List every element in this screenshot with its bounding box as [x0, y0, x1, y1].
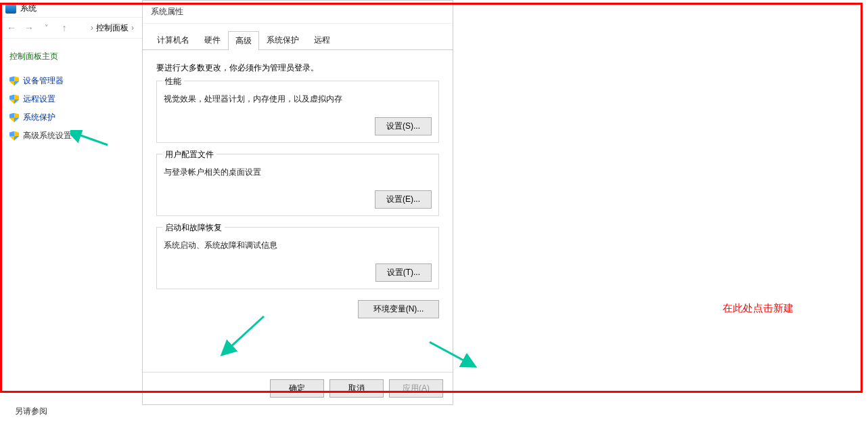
breadcrumb[interactable]: › 控制面板 ›	[78, 22, 134, 34]
shield-icon	[9, 77, 19, 86]
sidebar-advanced-settings[interactable]: 高级系统设置	[9, 127, 133, 145]
tab-bar: 计算机名 硬件 高级 系统保护 远程	[143, 24, 453, 50]
cancel-button[interactable]: 取消	[329, 379, 384, 398]
chevron-right-icon: ›	[131, 23, 134, 33]
breadcrumb-item[interactable]: 控制面板	[96, 22, 129, 34]
dialog-body: 要进行大多数更改，你必须作为管理员登录。 性能 视觉效果，处理器计划，内存使用，…	[143, 50, 453, 326]
shield-icon	[9, 95, 19, 104]
group-desc: 系统启动、系统故障和调试信息	[164, 240, 432, 251]
user-profile-group: 用户配置文件 与登录帐户相关的桌面设置 设置(E)...	[156, 154, 439, 216]
dialog-actions: 确定 取消 应用(A)	[143, 372, 453, 404]
tab-remote[interactable]: 远程	[306, 30, 338, 49]
group-label: 启动和故障恢复	[162, 222, 225, 234]
annotation-text: 在此处点击新建	[723, 302, 794, 315]
back-button[interactable]: ←	[5, 22, 18, 34]
system-icon	[5, 4, 16, 14]
admin-note: 要进行大多数更改，你必须作为管理员登录。	[156, 62, 439, 74]
system-properties-dialog: 系统属性 计算机名 硬件 高级 系统保护 远程 要进行大多数更改，你必须作为管理…	[142, 0, 453, 405]
shield-icon	[9, 131, 19, 141]
group-label: 用户配置文件	[162, 149, 216, 161]
history-dropdown[interactable]: ˅	[41, 22, 53, 34]
chevron-right-icon: ›	[91, 23, 93, 33]
env-vars-button[interactable]: 环境变量(N)...	[358, 300, 439, 318]
sidebar: 控制面板主页 设备管理器 远程设置 系统保护 高级系统设置	[0, 39, 142, 157]
nav-bar: ← → ˅ ↑ › 控制面板 ›	[0, 17, 142, 39]
tab-hardware[interactable]: 硬件	[197, 30, 228, 49]
shield-icon	[9, 113, 19, 123]
window-title: 系统	[20, 3, 37, 14]
forward-button[interactable]: →	[23, 22, 35, 34]
sidebar-device-manager[interactable]: 设备管理器	[9, 72, 133, 90]
group-desc: 视觉效果，处理器计划，内存使用，以及虚拟内存	[164, 93, 432, 105]
sidebar-system-protection[interactable]: 系统保护	[9, 108, 133, 127]
performance-group: 性能 视觉效果，处理器计划，内存使用，以及虚拟内存 设置(S)...	[156, 81, 439, 143]
group-label: 性能	[162, 76, 184, 87]
up-button[interactable]: ↑	[58, 22, 70, 34]
sidebar-remote-settings[interactable]: 远程设置	[9, 90, 133, 108]
startup-settings-button[interactable]: 设置(T)...	[375, 263, 432, 282]
window-title-bar: 系统	[0, 0, 142, 17]
ok-button[interactable]: 确定	[270, 379, 324, 398]
tab-advanced[interactable]: 高级	[228, 31, 259, 50]
dialog-title: 系统属性	[143, 1, 453, 24]
group-desc: 与登录帐户相关的桌面设置	[164, 167, 432, 178]
system-icon	[78, 24, 88, 32]
tab-computer-name[interactable]: 计算机名	[150, 30, 197, 49]
perf-settings-button[interactable]: 设置(S)...	[375, 117, 432, 135]
startup-recovery-group: 启动和故障恢复 系统启动、系统故障和调试信息 设置(T)...	[156, 227, 439, 289]
sidebar-header[interactable]: 控制面板主页	[9, 51, 133, 62]
system-control-panel: 系统 ← → ˅ ↑ › 控制面板 › 控制面板主页 设备管理器 远程设置 系统…	[0, 0, 142, 424]
apply-button[interactable]: 应用(A)	[389, 379, 443, 398]
profile-settings-button[interactable]: 设置(E)...	[375, 190, 432, 209]
tab-system-protection[interactable]: 系统保护	[259, 30, 306, 49]
see-also-label: 另请参阅	[15, 406, 47, 417]
